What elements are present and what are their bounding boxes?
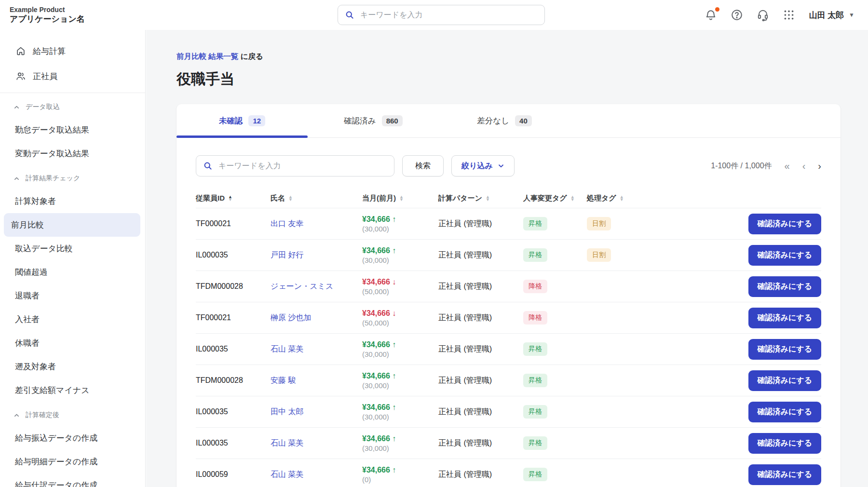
confirm-button[interactable]: 確認済みにする <box>748 214 822 234</box>
sort-icon[interactable]: ▲▼ <box>288 196 293 201</box>
sidebar-item[interactable]: 前月比較 <box>4 213 140 237</box>
keyword-search-input[interactable] <box>218 162 382 170</box>
confirm-button[interactable]: 確認済みにする <box>748 402 822 422</box>
employee-name-cell: 安藤 駿 <box>271 376 362 386</box>
breadcrumb-link-results[interactable]: 結果一覧 <box>208 52 238 60</box>
filter-button[interactable]: 絞り込み <box>451 155 515 176</box>
column-header-4[interactable]: 計算パターン▲▼ <box>438 194 523 203</box>
pagination: 1-100件 / 1,000件 « ‹ › <box>711 161 821 171</box>
column-header-label: 処理タグ <box>587 194 616 203</box>
sort-icon[interactable]: ▲▼ <box>486 196 490 201</box>
employee-id-cell: TFDM000028 <box>196 282 271 291</box>
pagination-next-icon[interactable]: › <box>818 161 821 171</box>
sidebar-item[interactable]: 変動データ取込結果 <box>4 142 140 165</box>
sidebar-item-users[interactable]: 正社員 <box>0 64 145 89</box>
confirm-button[interactable]: 確認済みにする <box>748 433 822 454</box>
sidebar-item[interactable]: 給与振込データの作成 <box>4 426 140 450</box>
employee-name-link[interactable]: 石山 菜美 <box>271 470 303 478</box>
column-header-2[interactable]: 氏名▲▼ <box>271 194 362 203</box>
tab-未確認[interactable]: 未確認12 <box>176 104 308 137</box>
action-cell: 確認済みにする <box>734 433 821 454</box>
employee-id: TFDM000028 <box>196 376 243 384</box>
action-cell: 確認済みにする <box>734 339 821 360</box>
employee-name-link[interactable]: 戸田 好行 <box>271 251 303 259</box>
sidebar-item[interactable]: 計算対象者 <box>4 189 140 213</box>
hr-change-tag: 昇格 <box>523 436 547 450</box>
hr-tag-cell: 昇格 <box>523 342 587 356</box>
headset-support-icon[interactable] <box>757 9 769 21</box>
sidebar-section-header[interactable]: 計算確定後 <box>0 404 145 426</box>
results-card: 未確認12確認済み860差分なし40 検索 絞り込み 1-100件 / 1,00… <box>176 104 841 487</box>
keyword-search[interactable] <box>196 155 394 176</box>
confirm-button[interactable]: 確認済みにする <box>748 370 822 391</box>
sort-icon[interactable]: ▲▼ <box>399 196 404 201</box>
pagination-prev-icon[interactable]: ‹ <box>802 161 806 171</box>
sort-icon[interactable]: ▲▼ <box>620 196 624 201</box>
hr-change-tag: 降格 <box>523 311 547 325</box>
column-header-5[interactable]: 人事変更タグ▲▼ <box>523 194 587 203</box>
tab-確認済み[interactable]: 確認済み860 <box>308 104 439 137</box>
employee-name-link[interactable]: 出口 友幸 <box>271 219 303 228</box>
action-cell: 確認済みにする <box>734 276 821 297</box>
confirm-button[interactable]: 確認済みにする <box>748 464 822 485</box>
employee-name-cell: 石山 菜美 <box>271 344 362 354</box>
help-icon[interactable] <box>731 9 743 21</box>
page-title: 役職手当 <box>176 69 868 89</box>
confirm-button[interactable]: 確認済みにする <box>748 276 822 297</box>
employee-name-link[interactable]: ジェーン・スミス <box>271 282 333 290</box>
column-header-label: 氏名 <box>271 194 285 203</box>
sidebar-item[interactable]: 休職者 <box>4 331 140 355</box>
sidebar-item[interactable]: 退職者 <box>4 284 140 308</box>
column-header-label: 人事変更タグ <box>523 194 567 203</box>
sidebar-section-header[interactable]: データ取込 <box>0 96 145 118</box>
employee-id-cell: IL000035 <box>196 251 271 259</box>
global-search-input[interactable] <box>360 11 534 19</box>
calculation-pattern: 正社員 (管理職) <box>438 251 492 259</box>
brand-app-name: アプリケーション名 <box>10 14 85 24</box>
app-brand: Example Product アプリケーション名 <box>0 6 85 25</box>
amount-cell: ¥34,666 ↓(50,000) <box>362 278 438 296</box>
tab-label: 差分なし <box>477 116 509 126</box>
tab-差分なし[interactable]: 差分なし40 <box>439 104 570 137</box>
confirm-button[interactable]: 確認済みにする <box>748 245 822 266</box>
pagination-first-icon[interactable]: « <box>785 161 790 171</box>
amount-cell: ¥34,666 ↑(30,000) <box>362 340 438 358</box>
sidebar-item[interactable]: 差引支給額マイナス <box>4 379 140 402</box>
employee-name-link[interactable]: 安藤 駿 <box>271 376 296 384</box>
sidebar-item[interactable]: 給与明細データの作成 <box>4 450 140 473</box>
sort-icon[interactable]: ▲▼ <box>228 196 232 201</box>
sidebar-section-header[interactable]: 計算結果チェック <box>0 167 145 189</box>
confirm-button[interactable]: 確認済みにする <box>748 308 822 328</box>
employee-name-link[interactable]: 榊原 沙也加 <box>271 313 311 322</box>
sidebar-item[interactable]: 取込データ比較 <box>4 237 140 260</box>
sidebar-item[interactable]: 閾値超過 <box>4 260 140 284</box>
apps-grid-icon[interactable] <box>783 9 795 21</box>
user-menu[interactable]: 山田 太郎 ▼ <box>809 10 854 21</box>
column-header-6[interactable]: 処理タグ▲▼ <box>587 194 734 203</box>
sidebar-item-home[interactable]: 給与計算 <box>0 39 145 64</box>
sidebar-item[interactable]: 勤怠データ取込結果 <box>4 118 140 142</box>
sidebar-item[interactable]: 遡及対象者 <box>4 355 140 379</box>
search-button[interactable]: 検索 <box>402 155 444 176</box>
employee-name-link[interactable]: 石山 菜美 <box>271 345 303 353</box>
sidebar-item[interactable]: 給与仕訳データの作成 <box>4 473 140 487</box>
global-search[interactable] <box>338 5 545 25</box>
employee-name-link[interactable]: 田中 太郎 <box>271 407 303 416</box>
table-row: IL000035田中 太郎¥34,666 ↑(30,000)正社員 (管理職)昇… <box>196 396 821 428</box>
tab-count-badge: 860 <box>382 115 403 126</box>
employee-name-link[interactable]: 石山 菜美 <box>271 439 303 447</box>
process-tag-cell: 日割 <box>587 248 734 262</box>
sidebar-item[interactable]: 入社者 <box>4 308 140 331</box>
confirm-button[interactable]: 確認済みにする <box>748 339 822 360</box>
chevron-down-icon <box>498 162 504 169</box>
column-header-1[interactable]: 従業員ID▲▼ <box>196 194 271 203</box>
status-tabs: 未確認12確認済み860差分なし40 <box>176 104 841 138</box>
hr-tag-cell: 昇格 <box>523 248 587 262</box>
calculation-pattern: 正社員 (管理職) <box>438 282 492 290</box>
breadcrumb-link-previous-month[interactable]: 前月比較 <box>176 52 206 60</box>
hr-tag-cell: 降格 <box>523 311 587 325</box>
notification-bell-icon[interactable] <box>705 9 717 21</box>
column-header-3[interactable]: 当月(前月)▲▼ <box>362 194 438 203</box>
process-tag-cell: 日割 <box>587 217 734 230</box>
sort-icon[interactable]: ▲▼ <box>570 196 575 201</box>
